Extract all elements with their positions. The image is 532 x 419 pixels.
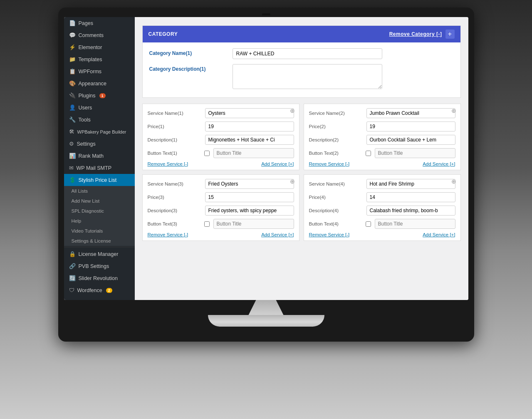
sidebar-item-elementor[interactable]: ⚡ Elementor: [64, 41, 135, 53]
category-desc-label: Category Description(1): [149, 64, 233, 72]
service-price-label-1: Price(1): [148, 124, 202, 129]
service-name-input-4[interactable]: [366, 179, 455, 189]
sidebar-item-rank-math[interactable]: 📊 Rank Math: [64, 150, 135, 162]
sidebar-submenu: All Lists Add New List SPL Diagnostic He…: [64, 186, 135, 246]
add-category-button[interactable]: +: [445, 30, 455, 39]
sidebar-sub-spl-diag[interactable]: SPL Diagnostic: [64, 206, 135, 216]
sidebar-label-rank-math: Rank Math: [79, 153, 104, 159]
service-btn-label-3: Button Text(3): [148, 221, 202, 226]
plugins-badge: 1: [99, 93, 106, 98]
sidebar-item-pvb-settings[interactable]: 🔗 PVB Settings: [64, 260, 135, 272]
remove-service-3[interactable]: Remove Service [-]: [148, 232, 188, 237]
apple-logo: : [64, 327, 468, 342]
service-btn-input-3[interactable]: [213, 219, 294, 229]
service-btn-checkbox-3[interactable]: [204, 221, 210, 227]
sidebar-item-license-manager[interactable]: 🔒 License Manager: [64, 248, 135, 260]
sidebar-item-users[interactable]: 👤 Users: [64, 102, 135, 114]
drag-handle-4[interactable]: ⊕: [451, 178, 456, 185]
sidebar-item-stylish-price[interactable]: 💲 Stylish Price List: [64, 174, 135, 186]
sidebar-label-users: Users: [79, 105, 92, 111]
sidebar-item-appearance[interactable]: 🎨 Appearance: [64, 77, 135, 89]
users-icon: 👤: [69, 104, 76, 111]
sidebar-item-templates[interactable]: 📁 Templates: [64, 53, 135, 65]
service-desc-input-4[interactable]: [366, 206, 455, 216]
remove-service-4[interactable]: Remove Service [-]: [309, 232, 350, 237]
service-desc-label-4: Description(4): [309, 208, 363, 213]
monitor-stand: [64, 300, 468, 327]
sidebar-item-wpforms[interactable]: 📋 WPForms: [64, 65, 135, 77]
sidebar-sub-help[interactable]: Help: [64, 216, 135, 226]
service-price-input-3[interactable]: [205, 192, 294, 202]
service-price-row-2: Price(2): [309, 121, 455, 131]
service-btn-input-1[interactable]: [213, 148, 294, 158]
drag-handle-3[interactable]: ⊕: [290, 178, 295, 185]
service-name-input-2[interactable]: [366, 108, 455, 118]
rank-math-icon: 📊: [69, 153, 76, 159]
add-service-1[interactable]: Add Service [+]: [261, 161, 294, 166]
settings-icon: ⚙: [69, 141, 74, 147]
service-desc-input-3[interactable]: [205, 206, 294, 216]
sidebar-item-comments[interactable]: 💬 Comments: [64, 29, 135, 41]
appearance-icon: 🎨: [69, 80, 76, 87]
service-desc-label-1: Description(1): [148, 137, 202, 142]
service-desc-input-1[interactable]: [205, 135, 294, 145]
sidebar-label-settings: Settings: [77, 141, 96, 147]
service-price-input-2[interactable]: [366, 121, 455, 131]
service-name-label-2: Service Name(2): [309, 111, 363, 116]
sidebar-item-wp-mail[interactable]: ✉ WP Mail SMTP: [64, 162, 135, 174]
card-actions-4: Remove Service [-] Add Service [+]: [309, 232, 455, 237]
sidebar-item-wordfence[interactable]: 🛡 Wordfence 2: [64, 284, 135, 296]
service-desc-input-2[interactable]: [366, 135, 455, 145]
sidebar-label-wpforms: WPForms: [79, 69, 102, 74]
service-grid: ⊕ Service Name(1) Price(1) Description(1…: [142, 104, 461, 241]
pages-icon: 📄: [69, 20, 76, 26]
service-name-input-1[interactable]: [205, 108, 294, 118]
category-name-input[interactable]: [233, 48, 382, 59]
wpbakery-icon: 🛠: [69, 129, 74, 135]
sidebar-label-wp-mail: WP Mail SMTP: [77, 165, 112, 171]
category-title: CATEGORY: [148, 31, 178, 37]
service-price-input-4[interactable]: [366, 192, 455, 202]
category-desc-textarea[interactable]: [233, 64, 382, 89]
drag-handle-2[interactable]: ⊕: [451, 107, 456, 114]
sidebar-label-templates: Templates: [79, 57, 102, 62]
templates-icon: 📁: [69, 56, 76, 62]
service-price-input-1[interactable]: [205, 121, 294, 131]
category-name-label: Category Name(1): [149, 48, 233, 56]
sidebar-label-slider: Slider Revolution: [79, 275, 118, 281]
category-body: Category Name(1) Category Description(1): [143, 42, 460, 97]
sidebar-label-wpbakery: WPBakery Page Builder: [77, 129, 126, 134]
service-btn-checkbox-1[interactable]: [204, 151, 210, 156]
service-name-input-3[interactable]: [205, 179, 294, 189]
sidebar-sub-label-add-new: Add New List: [72, 198, 100, 203]
service-btn-input-2[interactable]: [375, 148, 455, 158]
sidebar-item-plugins[interactable]: 🔌 Plugins 1: [64, 89, 135, 102]
sidebar-item-slider-revolution[interactable]: 🔄 Slider Revolution: [64, 272, 135, 284]
sidebar-sub-all-lists[interactable]: All Lists: [64, 186, 135, 196]
pvb-icon: 🔗: [69, 263, 76, 269]
remove-service-1[interactable]: Remove Service [-]: [148, 161, 188, 166]
comments-icon: 💬: [69, 32, 76, 38]
sidebar-item-settings[interactable]: ⚙ Settings: [64, 138, 135, 150]
service-name-row-4: Service Name(4): [309, 179, 455, 189]
sidebar-sub-video[interactable]: Video Tutorials: [64, 226, 135, 236]
service-name-row-1: Service Name(1): [148, 108, 294, 118]
drag-handle-1[interactable]: ⊕: [290, 107, 295, 114]
service-btn-checkbox-2[interactable]: [366, 151, 371, 156]
add-service-2[interactable]: Add Service [+]: [423, 161, 455, 166]
sidebar-sub-settings-license[interactable]: Settings & License: [64, 236, 135, 246]
remove-service-2[interactable]: Remove Service [-]: [309, 161, 350, 166]
sidebar-label-tools: Tools: [79, 117, 91, 123]
sidebar-item-pages[interactable]: 📄 Pages: [64, 17, 135, 29]
service-btn-checkbox-4[interactable]: [366, 221, 371, 227]
add-service-4[interactable]: Add Service [+]: [423, 232, 455, 237]
remove-category-link[interactable]: Remove Category [-]: [389, 31, 442, 37]
service-btn-input-4[interactable]: [375, 219, 455, 229]
service-name-row-3: Service Name(3): [148, 179, 294, 189]
sidebar-item-tools[interactable]: 🔧 Tools: [64, 114, 135, 126]
tools-icon: 🔧: [69, 117, 76, 123]
sidebar-sub-add-new[interactable]: Add New List: [64, 196, 135, 206]
add-service-3[interactable]: Add Service [+]: [261, 232, 294, 237]
stylish-price-icon: 💲: [69, 177, 76, 183]
sidebar-item-wpbakery[interactable]: 🛠 WPBakery Page Builder: [64, 126, 135, 138]
